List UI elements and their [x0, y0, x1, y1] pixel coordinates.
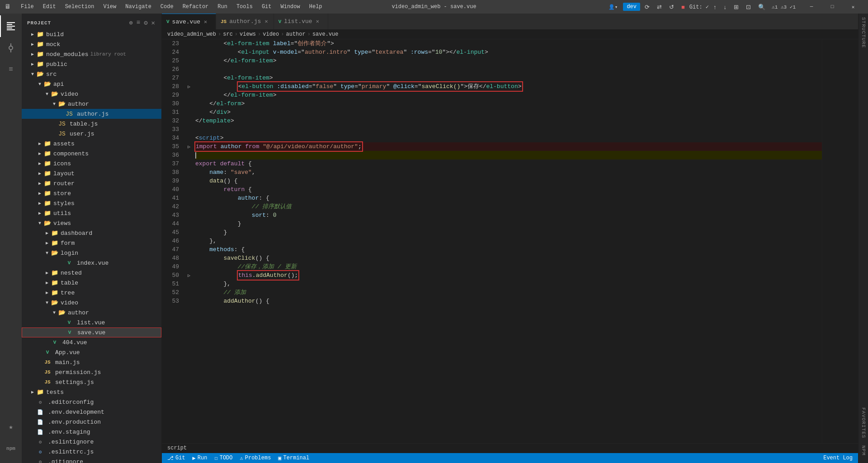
tab-list-vue[interactable]: V list.vue ✕: [274, 14, 328, 29]
minimize-btn[interactable]: ─: [801, 0, 822, 14]
tree-item-user-js[interactable]: JS user.js: [22, 129, 161, 139]
menu-help[interactable]: Help: [305, 2, 327, 12]
tree-item-table[interactable]: ▶ 📁 table: [22, 278, 161, 288]
tab-close-list[interactable]: ✕: [315, 17, 320, 26]
collapse-all-btn[interactable]: ≡: [136, 18, 141, 28]
tab-close-author[interactable]: ✕: [264, 17, 269, 26]
breadcrumb-video[interactable]: video: [263, 31, 279, 37]
tree-item-author-views[interactable]: ▼ 📂 author: [22, 308, 161, 318]
status-terminal[interactable]: ▣ Terminal: [276, 455, 311, 462]
tree-item-env-prod[interactable]: 📄 .env.production: [22, 417, 161, 427]
tree-item-tests[interactable]: ▶ 📁 tests: [22, 387, 161, 397]
breadcrumb-src[interactable]: src: [223, 31, 233, 37]
close-sidebar-btn[interactable]: ✕: [151, 18, 156, 28]
status-todo[interactable]: ☐ TODO: [212, 455, 234, 462]
tree-item-editorconfig[interactable]: ⚙ .editorconfig: [22, 397, 161, 407]
tree-item-main-js[interactable]: JS main.js: [22, 357, 161, 367]
menu-edit[interactable]: Edit: [38, 2, 61, 12]
tree-item-eslintignore[interactable]: ⚙ .eslintignore: [22, 437, 161, 447]
bottom-tab-script[interactable]: script: [165, 444, 189, 454]
fold-28[interactable]: ▷: [188, 84, 190, 89]
tree-item-video-api[interactable]: ▼ 📂 video: [22, 89, 161, 99]
activity-npm[interactable]: npm: [0, 438, 22, 459]
tree-item-form[interactable]: ▶ 📁 form: [22, 238, 161, 248]
tree-item-app-vue[interactable]: V App.vue: [22, 347, 161, 357]
code-editor[interactable]: 23 24 25 26 27 28 29 30 31 32 33 34 35 3…: [162, 39, 858, 443]
settings-btn[interactable]: ⚙: [143, 18, 148, 28]
tree-item-styles[interactable]: ▶ 📁 styles: [22, 198, 161, 208]
tree-item-404-vue[interactable]: V 404.vue: [22, 337, 161, 347]
tree-item-assets[interactable]: ▶ 📁 assets: [22, 139, 161, 149]
stop-btn[interactable]: ■: [679, 2, 688, 12]
menu-navigate[interactable]: Navigate: [121, 2, 156, 12]
status-problems[interactable]: ⚠ Problems: [238, 455, 273, 462]
tree-item-env-staging[interactable]: 📄 .env.staging: [22, 427, 161, 437]
right-label-npm[interactable]: npm: [859, 442, 868, 459]
tree-item-api[interactable]: ▼ 📂 api: [22, 79, 161, 89]
user-icon[interactable]: 👤▾: [609, 4, 618, 10]
tree-item-tree[interactable]: ▶ 📁 tree: [22, 288, 161, 298]
tree-item-store[interactable]: ▶ 📁 store: [22, 188, 161, 198]
refresh-btn[interactable]: ⟳: [642, 2, 652, 12]
menu-file[interactable]: File: [16, 2, 38, 12]
sync-btn[interactable]: ⇄: [654, 2, 665, 12]
tab-save-vue[interactable]: V save.vue ✕: [162, 14, 216, 29]
tree-item-public[interactable]: ▶ 📁 public: [22, 59, 161, 69]
status-event-log[interactable]: Event Log: [821, 455, 854, 461]
git-push-btn[interactable]: ↑: [711, 2, 719, 12]
maximize-btn[interactable]: □: [822, 0, 843, 14]
tree-item-dashboard[interactable]: ▶ 📁 dashboard: [22, 228, 161, 238]
activity-structure[interactable]: ≡: [0, 59, 22, 80]
menu-view[interactable]: View: [99, 2, 121, 12]
status-run[interactable]: ▶ Run: [191, 455, 209, 462]
menu-window[interactable]: Window: [276, 2, 305, 12]
git-history-btn[interactable]: ⊞: [731, 2, 741, 12]
tab-close-save[interactable]: ✕: [203, 18, 208, 26]
tree-item-mock[interactable]: ▶ 📁 mock: [22, 39, 161, 49]
tree-item-icons[interactable]: ▶ 📁 icons: [22, 159, 161, 168]
breadcrumb-author[interactable]: author: [286, 31, 305, 37]
status-git[interactable]: ⎇ Git: [165, 455, 187, 462]
right-label-favorites[interactable]: Favorites: [859, 404, 868, 442]
activity-explorer[interactable]: [0, 15, 22, 37]
tree-item-build[interactable]: ▶ 📁 build: [22, 29, 161, 39]
menu-selection[interactable]: Selection: [61, 2, 99, 12]
tree-item-utils[interactable]: ▶ 📁 utils: [22, 208, 161, 218]
tree-item-gitignore[interactable]: ⚙ .gitignore: [22, 457, 161, 463]
fold-35[interactable]: ▷: [188, 144, 190, 150]
new-file-btn[interactable]: ⊕: [128, 18, 133, 28]
tree-item-router[interactable]: ▶ 📁 router: [22, 178, 161, 188]
search-btn[interactable]: 🔍: [755, 2, 768, 12]
breadcrumb-app[interactable]: video_admin_web: [167, 31, 216, 37]
tree-item-node-modules[interactable]: ▶ 📁 node_modules library root: [22, 49, 161, 59]
activity-commit[interactable]: [0, 37, 22, 59]
menu-git[interactable]: Git: [257, 2, 276, 12]
tree-item-login[interactable]: ▼ 📂 login: [22, 248, 161, 258]
git-annotate-btn[interactable]: ⊡: [743, 2, 754, 12]
activity-favorites[interactable]: ★: [0, 416, 22, 438]
fold-50[interactable]: ▷: [188, 273, 190, 278]
tree-item-list-vue[interactable]: V list.vue: [22, 318, 161, 327]
tree-item-index-vue[interactable]: V index.vue: [22, 258, 161, 268]
menu-code[interactable]: Code: [156, 2, 178, 12]
tree-item-save-vue[interactable]: V save.vue: [22, 327, 161, 337]
tree-item-layout[interactable]: ▶ 📁 layout: [22, 168, 161, 178]
tab-author-js[interactable]: JS author.js ✕: [216, 14, 274, 29]
tree-item-author-js[interactable]: JS author.js: [22, 109, 161, 119]
tree-item-video-views[interactable]: ▼ 📂 video: [22, 298, 161, 308]
tree-item-author-api[interactable]: ▼ 📂 author: [22, 99, 161, 109]
tree-item-eslintrc[interactable]: ⚙ .eslinttrc.js: [22, 447, 161, 457]
menu-refactor[interactable]: Refactor: [178, 2, 213, 12]
git-pull-btn[interactable]: ↓: [721, 2, 730, 12]
breadcrumb-views[interactable]: views: [240, 31, 256, 37]
tree-item-table-js[interactable]: JS table.js: [22, 119, 161, 129]
menu-tools[interactable]: Tools: [232, 2, 257, 12]
close-btn[interactable]: ✕: [843, 0, 863, 14]
breadcrumb-file[interactable]: save.vue: [312, 31, 339, 37]
tree-item-src[interactable]: ▼ 📂 src: [22, 69, 161, 79]
tree-item-env-dev[interactable]: 📄 .env.development: [22, 407, 161, 417]
right-label-structure[interactable]: Structure: [859, 14, 868, 51]
revert-btn[interactable]: ↺: [666, 2, 677, 12]
tree-item-nested[interactable]: ▶ 📁 nested: [22, 268, 161, 278]
branch-indicator[interactable]: dev: [623, 3, 640, 11]
